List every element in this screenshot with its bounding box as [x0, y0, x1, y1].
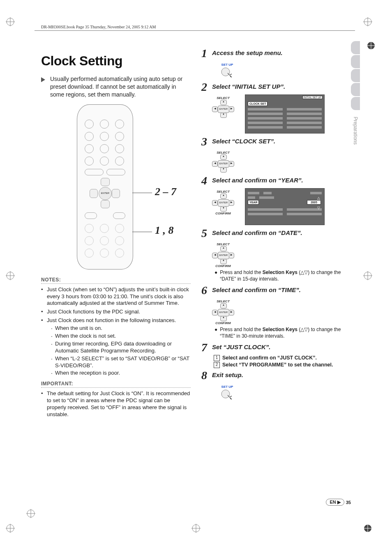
step-6: 6 Select and confirm on “TIME”. — [201, 286, 351, 296]
svg-marker-24 — [41, 77, 45, 82]
selection-pad-icon: SELECT ▲▼ ◀▶ ENTER CONFIRM — [212, 190, 234, 215]
note-item: Just Clock does not function in the foll… — [41, 317, 191, 377]
step-7-sub-1: 1 Select and confirm on “JUST CLOCK”. — [214, 355, 351, 361]
setup-button-icon: SET UP — [220, 63, 234, 79]
page-title: Clock Setting — [41, 53, 191, 69]
note-subitem: During timer recording, EPG data downloa… — [51, 341, 191, 355]
notes-heading: NOTES: — [41, 277, 191, 283]
intro-paragraph: Usually performed automatically using au… — [41, 75, 191, 99]
left-column: Clock Setting Usually performed automati… — [41, 49, 191, 518]
note-subitem: When the unit is on. — [51, 325, 191, 332]
note-subitem: When the reception is poor. — [51, 370, 191, 377]
step-3: 3 Select “CLOCK SET”. — [201, 138, 351, 147]
selection-pad-icon: SELECT ▲▼ ◀▶ ENTER — [212, 151, 234, 173]
note-subitem: When the clock is not set. — [51, 333, 191, 340]
registration-mark-icon — [6, 17, 15, 26]
page-footer: EN ▶ 35 — [326, 499, 351, 506]
note-subitem: When “L-2 SELECT” is set to “SAT VIDEO/R… — [51, 355, 191, 369]
osd-screen-year: YEAR △ 2005 ▽ — [245, 188, 325, 225]
remote-enter-button: ENTER — [99, 187, 112, 200]
remote-diagram: ENTER 2 – 7 1 , 8 — [52, 104, 180, 273]
print-header: DR-MH300SE.book Page 35 Thursday, Novemb… — [41, 25, 156, 29]
registration-mark-icon — [363, 17, 372, 26]
setup-button-icon: SET UP — [220, 385, 234, 401]
note-item: Just Clock (when set to “ON”) adjusts th… — [41, 286, 191, 307]
registration-mark-icon — [363, 271, 372, 280]
note-item: Just Clock functions by the PDC signal. — [41, 309, 191, 315]
selection-pad-icon: SELECT ▲▼ ◀▶ ENTER CONFIRM — [212, 299, 234, 325]
registration-mark-icon — [363, 524, 372, 533]
important-heading: IMPORTANT: — [41, 381, 191, 387]
callout-steps-1-8: 1 , 8 — [155, 224, 174, 237]
step-7: 7 Set “JUST CLOCK”. — [201, 343, 351, 353]
important-text: The default setting for Just Clock is “O… — [41, 390, 191, 418]
registration-mark-icon — [6, 271, 15, 280]
step-1: 1 Access the setup menu. — [201, 49, 351, 59]
section-side-tab: Preparations — [351, 41, 360, 148]
step-8: 8 Exit setup. — [201, 371, 351, 381]
svg-point-25 — [221, 68, 230, 76]
step-2: 2 Select “INITIAL SET UP”. — [201, 83, 351, 93]
registration-mark-icon — [191, 524, 201, 533]
registration-mark-icon — [367, 41, 376, 50]
selection-pad-icon: SELECT ▲▼ ◀▶ ENTER — [212, 96, 234, 118]
step-4: 4 Select and confirm on “YEAR”. — [201, 177, 351, 187]
selection-pad-icon: SELECT ▲▼ ◀▶ ENTER CONFIRM — [212, 242, 234, 268]
registration-mark-icon — [26, 509, 35, 518]
step-7-sub-2: 2 Select “TV PROGRAMME” to set the chann… — [214, 362, 351, 368]
step-5: 5 Select and confirm on “DATE”. — [201, 229, 351, 239]
notes-list: Just Clock (when set to “ON”) adjusts th… — [41, 286, 191, 377]
right-column: 1 Access the setup menu. SET UP 2 Select… — [201, 49, 351, 518]
step-5-note: ● Press and hold the Selection Keys (△▽)… — [214, 269, 351, 282]
osd-screen-initial-setup: INITIAL SET UP CLOCK SET — [245, 94, 325, 134]
callout-steps-2-7: 2 – 7 — [155, 186, 176, 198]
pointer-icon — [41, 76, 47, 84]
registration-mark-icon — [6, 524, 15, 533]
svg-point-26 — [221, 390, 230, 398]
step-6-note: ● Press and hold the Selection Keys (△▽)… — [214, 327, 351, 339]
